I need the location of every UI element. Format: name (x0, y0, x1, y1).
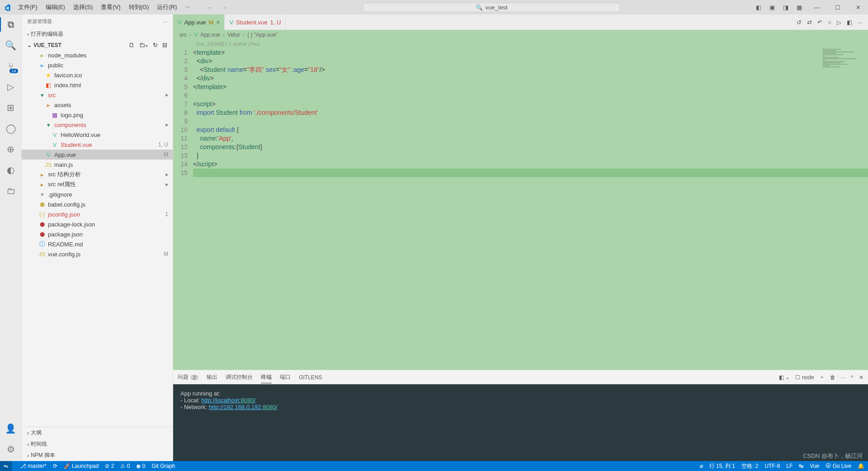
terminal-profile-icon[interactable]: ☐ node (795, 374, 814, 381)
ports-tab[interactable]: 端口 (280, 372, 291, 383)
output-tab[interactable]: 输出 (207, 372, 217, 383)
code-line[interactable] (193, 91, 868, 100)
menu-file[interactable]: 文件(F) (14, 1, 41, 13)
panel-more-icon[interactable]: ··· (841, 374, 845, 381)
settings-activity-icon[interactable]: ⚙ (5, 443, 17, 456)
maximize-panel-icon[interactable]: ^ (851, 374, 854, 381)
code-line[interactable] (193, 169, 868, 177)
github-activity-icon[interactable]: ◯ (5, 122, 17, 135)
tree-item[interactable]: JSmain.js (22, 160, 173, 170)
tree-item[interactable]: JSvue.config.jsM (22, 249, 173, 259)
editor-tab[interactable]: VApp.vueM× (173, 14, 225, 30)
tree-item[interactable]: ⬣babel.config.js (22, 199, 173, 209)
notif-status-icon[interactable]: ⌀ (700, 463, 703, 469)
terminal-body[interactable]: App running at: - Local: http://localhos… (173, 385, 868, 461)
run-previous-icon[interactable]: ↶ (817, 19, 822, 26)
tree-item[interactable]: ▾components● (22, 120, 173, 130)
outline-section[interactable]: ›大纲 (22, 427, 173, 438)
close-button[interactable]: ✕ (852, 2, 864, 13)
code-line[interactable]: </template> (193, 83, 868, 91)
tree-item[interactable]: ▦logo.png (22, 110, 173, 120)
problems-tab[interactable]: 问题 2 (178, 372, 198, 383)
warnings-status[interactable]: ⚠ 0 (120, 463, 130, 469)
new-folder-icon[interactable]: 🗀₊ (139, 42, 148, 48)
launchpad-status[interactable]: 🚀 Launchpad (64, 463, 99, 469)
tree-item[interactable]: ▸src 结构分析● (22, 170, 173, 179)
breadcrumb-item[interactable]: { } "App.vue" (247, 32, 278, 38)
tree-item[interactable]: VHelloWorld.vue (22, 130, 173, 140)
code-line[interactable] (193, 117, 868, 126)
breadcrumb-item[interactable]: App.vue (200, 32, 220, 38)
eol-status[interactable]: LF (786, 463, 793, 469)
tree-item[interactable]: ⬢package-lock.json (22, 219, 173, 229)
timeline-tab-icon[interactable]: ↺ (797, 19, 802, 26)
tree-item[interactable]: VApp.vueM (22, 150, 173, 160)
code-line[interactable]: </script> (193, 160, 868, 169)
tree-item[interactable]: ★favicon.ico (22, 70, 173, 80)
git-graph-status[interactable]: Git Graph (151, 463, 175, 469)
folder-activity-icon[interactable]: 🗀 (5, 184, 17, 197)
layout-secondary-side-icon[interactable]: ◨ (783, 4, 788, 11)
editor-tab[interactable]: VStudent.vue1, U (225, 14, 286, 30)
remote-activity-icon[interactable]: ⊕ (5, 143, 17, 155)
debug-activity-icon[interactable]: ▷ (5, 80, 17, 93)
code-line[interactable]: </div> (193, 74, 868, 83)
git-branch-status[interactable]: ⎇ master* (20, 463, 47, 469)
collapse-all-icon[interactable]: ⊟ (162, 42, 167, 48)
new-file-icon[interactable]: 🗋 (129, 42, 135, 48)
breadcrumb[interactable]: src› V App.vue› Vetur› { } "App.vue" (173, 30, 868, 40)
menu-view[interactable]: 查看(V) (97, 1, 124, 13)
code-editor[interactable]: 123456789101112131415 <template> <div> <… (173, 48, 868, 370)
minimize-button[interactable]: — (810, 2, 823, 13)
lang-prefix-icon[interactable]: ↹ (799, 463, 803, 469)
radio-status[interactable]: ◉ 0 (136, 463, 145, 469)
problems-status[interactable]: ⊘ 2 (105, 463, 114, 469)
encoding-status[interactable]: UTF-8 (764, 463, 780, 469)
run-file-icon[interactable]: ▷ (837, 19, 841, 26)
tree-item[interactable]: ▸node_modules (22, 50, 173, 60)
project-section[interactable]: ⌄ VUE_TEST 🗋 🗀₊ ↻ ⊟ (22, 40, 173, 50)
database-activity-icon[interactable]: ◐ (5, 164, 17, 176)
kill-terminal-icon[interactable]: 🗑 (830, 374, 835, 381)
tree-item[interactable]: {·}jsconfig.json1 (22, 209, 173, 219)
menu-more[interactable]: ··· (181, 1, 193, 13)
layout-customize-icon[interactable]: ▦ (797, 4, 802, 11)
open-editors-section[interactable]: › 打开的编辑器 (22, 28, 173, 40)
terminal-tab[interactable]: 终端 (261, 372, 272, 383)
minimap[interactable] (818, 48, 868, 94)
code-line[interactable]: <Student name="李四" sex="女" :age="18"/> (193, 66, 868, 74)
close-tab-icon[interactable]: × (216, 19, 220, 26)
extensions-activity-icon[interactable]: ⊞ (5, 101, 17, 114)
git-sync-status[interactable]: ⟳ (53, 463, 57, 469)
code-line[interactable]: components:{Student} (193, 143, 868, 151)
go-live-status[interactable]: ⦿ Go Live (826, 463, 851, 469)
code-lines[interactable]: <template> <div> <Student name="李四" sex=… (193, 48, 868, 370)
breadcrumb-item[interactable]: src (179, 32, 187, 38)
nav-forward-icon[interactable]: → (221, 4, 227, 11)
layout-panel-icon[interactable]: ▣ (769, 4, 775, 11)
more-actions-icon[interactable]: ··· (858, 19, 863, 26)
code-line[interactable]: <script> (193, 100, 868, 108)
sidebar-more-icon[interactable]: ··· (163, 19, 167, 24)
code-line[interactable]: } (193, 151, 868, 160)
layout-primary-side-icon[interactable]: ◧ (756, 4, 761, 11)
source-control-activity-icon[interactable]: ⑂14 (5, 60, 17, 72)
terminal-split-icon[interactable]: ◧ ⌄ (779, 374, 790, 381)
language-mode-status[interactable]: Vue (810, 463, 819, 469)
tree-item[interactable]: ▸assets (22, 100, 173, 110)
gitlens-tab[interactable]: GITLENS (299, 372, 322, 382)
code-line[interactable]: <template> (193, 48, 868, 57)
tree-item[interactable]: ▾src● (22, 90, 173, 100)
maximize-button[interactable]: ☐ (831, 2, 844, 13)
menu-go[interactable]: 转到(G) (125, 1, 153, 13)
menu-edit[interactable]: 编辑(E) (42, 1, 69, 13)
tree-item[interactable]: ✦.gitignore (22, 189, 173, 199)
explorer-activity-icon[interactable]: ⧉ (5, 18, 17, 31)
indentation-status[interactable]: 空格: 2 (741, 462, 758, 470)
code-line[interactable]: <div> (193, 57, 868, 66)
menu-select[interactable]: 选择(S) (70, 1, 96, 13)
code-line[interactable]: name:'App', (193, 134, 868, 143)
command-center[interactable]: 🔍 vue_test (363, 3, 620, 12)
tree-item[interactable]: ▸public (22, 60, 173, 70)
close-panel-icon[interactable]: ✕ (859, 374, 863, 381)
